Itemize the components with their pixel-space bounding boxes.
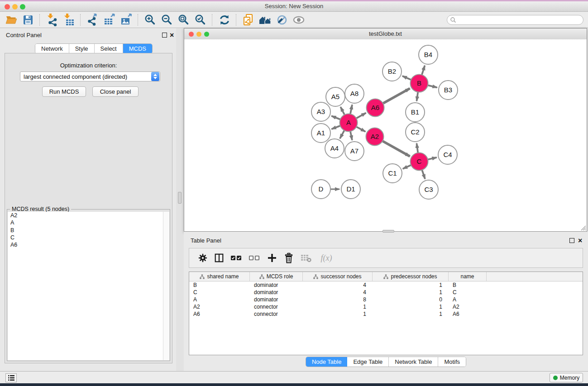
refresh-button[interactable] [216, 13, 233, 27]
graph-node-C[interactable]: C [411, 153, 428, 171]
table-options-button[interactable] [195, 251, 211, 265]
graph-node-A5[interactable]: A5 [326, 87, 345, 106]
column-header-name[interactable]: name [449, 272, 487, 281]
graph-edge-C-C4[interactable] [428, 157, 437, 160]
show-hide-button[interactable] [290, 13, 307, 27]
cell-MCDS-role[interactable]: dominator [250, 289, 303, 295]
deselect-all-button[interactable] [245, 251, 263, 265]
table-row[interactable]: A2connector11A2 [189, 303, 583, 310]
graph-edge-B-B4[interactable] [422, 66, 425, 75]
cell-successor-nodes[interactable]: 1 [303, 311, 373, 317]
graph-node-B4[interactable]: B4 [419, 45, 438, 64]
cell-shared-name[interactable]: C [189, 289, 250, 295]
cell-successor-nodes[interactable]: 4 [303, 289, 373, 295]
tab-network-table[interactable]: Network Table [389, 357, 438, 367]
cell-shared-name[interactable]: A [189, 296, 250, 303]
cell-MCDS-role[interactable]: dominator [250, 282, 303, 288]
tab-edge-table[interactable]: Edge Table [347, 357, 389, 367]
mcds-result-item[interactable]: A [8, 219, 163, 226]
graph-node-A[interactable]: A [340, 114, 358, 132]
graph-edge-C-C1[interactable] [403, 165, 411, 169]
close-panel-icon[interactable]: × [170, 33, 174, 38]
tab-mcds[interactable]: MCDS [123, 44, 152, 53]
split-divider-handle[interactable] [178, 192, 182, 204]
graph-edge-A2-C[interactable] [382, 141, 410, 157]
optimization-criterion-dropdown[interactable]: largest connected component (directed) [20, 71, 160, 81]
graph-node-A4[interactable]: A4 [325, 139, 344, 158]
cell-name[interactable]: A [449, 296, 487, 303]
graph-node-A2[interactable]: A2 [366, 128, 384, 146]
cell-MCDS-role[interactable]: connector [250, 304, 303, 310]
cell-successor-nodes[interactable]: 1 [303, 304, 373, 310]
table-row[interactable]: A6connector11A6 [189, 310, 583, 318]
graph-edge-A-A3[interactable] [331, 116, 340, 119]
cell-MCDS-role[interactable]: connector [250, 311, 303, 317]
table-float-panel-icon[interactable] [569, 238, 574, 243]
delete-row-button[interactable] [281, 251, 297, 265]
graph-edge-A6-B[interactable] [383, 88, 410, 103]
show-columns-button[interactable] [211, 251, 227, 265]
graph-node-C3[interactable]: C3 [419, 180, 438, 199]
mcds-result-item[interactable]: A6 [8, 241, 163, 248]
import-network-button[interactable] [43, 13, 60, 27]
import-table-button[interactable] [60, 13, 77, 27]
table-close-panel-icon[interactable]: × [578, 238, 582, 243]
mcds-result-item[interactable]: A2 [8, 212, 163, 219]
graph-edge-A-A2[interactable] [356, 127, 365, 132]
mcds-result-item[interactable]: C [8, 234, 163, 241]
cell-predecessor-nodes[interactable]: 1 [373, 289, 449, 295]
cell-shared-name[interactable]: B [189, 282, 250, 288]
graph-edge-A-A8[interactable] [350, 105, 352, 114]
horizontal-split-handle[interactable] [382, 230, 394, 233]
graph-node-C1[interactable]: C1 [383, 164, 402, 183]
column-header-predecessor-nodes[interactable]: predecessor nodes [373, 272, 449, 281]
tab-motifs[interactable]: Motifs [438, 357, 466, 367]
graph-edge-C-C2[interactable] [416, 143, 418, 153]
graph-node-A3[interactable]: A3 [311, 102, 330, 121]
cell-name[interactable]: A6 [449, 311, 487, 317]
table-row[interactable]: Bdominator41B [189, 281, 583, 289]
column-header-MCDS-role[interactable]: MCDS role [250, 272, 303, 281]
cell-successor-nodes[interactable]: 8 [303, 296, 373, 303]
cell-predecessor-nodes[interactable]: 1 [373, 304, 449, 310]
save-session-button[interactable] [19, 13, 36, 27]
mcds-list-scrollbar[interactable] [163, 212, 169, 360]
export-image-button[interactable] [118, 13, 134, 27]
cell-name[interactable]: B [449, 282, 487, 288]
graph-edge-A-A5[interactable] [340, 107, 344, 114]
tab-style[interactable]: Style [69, 44, 95, 53]
cell-predecessor-nodes[interactable]: 1 [373, 311, 449, 317]
zoom-out-button[interactable] [158, 13, 175, 27]
graph-node-D1[interactable]: D1 [341, 180, 360, 199]
delete-column-button[interactable] [297, 251, 315, 265]
graph-node-A1[interactable]: A1 [311, 124, 330, 143]
add-row-button[interactable] [263, 251, 281, 265]
table-row[interactable]: Adominator80A [189, 296, 583, 303]
function-builder-button[interactable]: f(x) [315, 251, 338, 265]
hide-graphics-details-button[interactable] [273, 13, 290, 27]
graph-node-B3[interactable]: B3 [439, 81, 458, 100]
tab-select[interactable]: Select [95, 44, 123, 53]
graph-node-C2[interactable]: C2 [406, 123, 425, 142]
cell-MCDS-role[interactable]: dominator [250, 296, 303, 303]
cell-shared-name[interactable]: A2 [189, 304, 250, 310]
run-mcds-button[interactable]: Run MCDS [42, 86, 86, 97]
graph-node-C4[interactable]: C4 [438, 145, 457, 164]
graph-edge-C-C3[interactable] [422, 170, 425, 179]
first-neighbors-button[interactable] [257, 13, 273, 27]
select-all-button[interactable] [227, 251, 245, 265]
split-divider[interactable] [176, 28, 184, 371]
graph-edge-A-A1[interactable] [331, 126, 340, 129]
graph-node-B2[interactable]: B2 [382, 62, 402, 81]
new-network-from-selection-button[interactable] [240, 13, 257, 27]
column-header-shared-name[interactable]: shared name [189, 272, 250, 281]
cell-predecessor-nodes[interactable]: 1 [373, 282, 449, 288]
tab-network[interactable]: Network [35, 44, 69, 53]
graph-edge-A-A4[interactable] [340, 130, 344, 138]
graph-node-A7[interactable]: A7 [345, 142, 364, 161]
graph-node-B[interactable]: B [411, 75, 428, 92]
mcds-result-item[interactable]: B [8, 227, 163, 234]
close-panel-button[interactable]: Close panel [92, 86, 139, 97]
cell-predecessor-nodes[interactable]: 0 [373, 296, 449, 303]
float-panel-icon[interactable] [162, 33, 167, 38]
